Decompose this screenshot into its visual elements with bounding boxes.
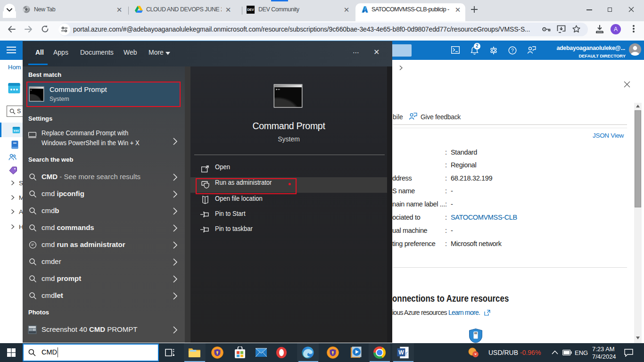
svg-text:W: W [398, 349, 404, 356]
svg-text:?: ? [511, 48, 514, 53]
